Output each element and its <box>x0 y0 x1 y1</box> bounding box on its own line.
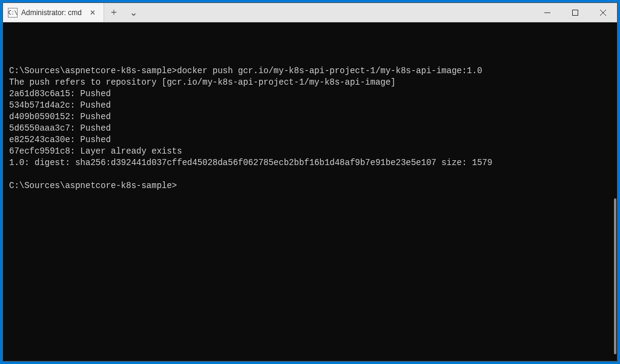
tab-dropdown-button[interactable]: ⌄ <box>124 3 143 22</box>
titlebar: C:\ Administrator: cmd ✕ ＋ ⌄ <box>3 3 617 22</box>
close-icon <box>600 10 606 16</box>
titlebar-drag-area[interactable] <box>143 3 533 22</box>
terminal-line: e825243ca30e: Pushed <box>9 134 612 146</box>
close-window-button[interactable] <box>589 3 617 22</box>
terminal-line <box>9 54 612 65</box>
maximize-icon <box>572 10 578 16</box>
minimize-button[interactable] <box>533 3 561 22</box>
terminal-line: d409b0590152: Pushed <box>9 111 612 123</box>
terminal-line: 5d6550aaa3c7: Pushed <box>9 123 612 134</box>
terminal-area[interactable]: C:\Sources\aspnetcore-k8s-sample>docker … <box>3 22 617 361</box>
maximize-button[interactable] <box>561 3 589 22</box>
minimize-icon <box>544 10 550 16</box>
terminal-line: The push refers to repository [gcr.io/my… <box>9 77 612 88</box>
terminal-line: C:\Sources\aspnetcore-k8s-sample>docker … <box>9 65 612 77</box>
terminal-line: 1.0: digest: sha256:d392441d037cffed4502… <box>9 157 612 169</box>
terminal-line: 2a61d83c6a15: Pushed <box>9 88 612 100</box>
terminal-line <box>9 169 612 180</box>
terminal-line: C:\Sources\aspnetcore-k8s-sample> <box>9 180 612 192</box>
scrollbar[interactable] <box>609 22 616 361</box>
svg-rect-1 <box>573 10 578 16</box>
close-tab-icon[interactable]: ✕ <box>88 8 97 18</box>
window-controls <box>533 3 617 22</box>
new-tab-button[interactable]: ＋ <box>104 3 124 22</box>
chevron-down-icon: ⌄ <box>130 7 137 18</box>
terminal-line: 534b571d4a2c: Pushed <box>9 100 612 111</box>
terminal-line: 67ecfc9591c8: Layer already exists <box>9 146 612 157</box>
terminal-window: C:\ Administrator: cmd ✕ ＋ ⌄ C:\Sources\… <box>2 2 618 362</box>
tab-cmd[interactable]: C:\ Administrator: cmd ✕ <box>3 3 104 22</box>
scroll-thumb[interactable] <box>614 198 616 354</box>
terminal-output: C:\Sources\aspnetcore-k8s-sample>docker … <box>9 54 612 192</box>
tab-title: Administrator: cmd <box>21 8 82 17</box>
plus-icon: ＋ <box>109 6 119 19</box>
cmd-icon: C:\ <box>8 8 18 18</box>
